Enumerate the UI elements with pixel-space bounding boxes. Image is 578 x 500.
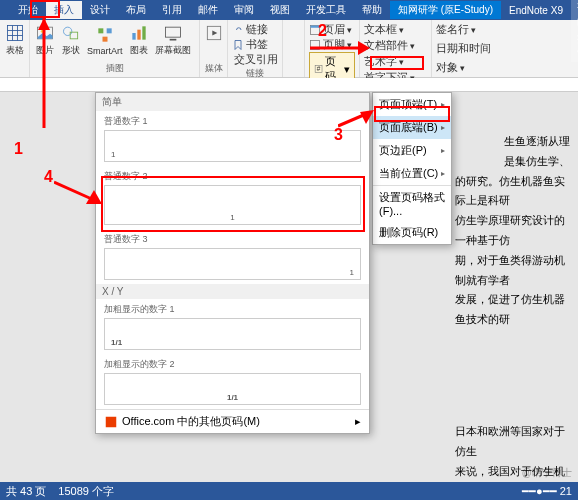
group-illustrations: 插图 bbox=[34, 62, 195, 75]
search-box[interactable]: ♀ 操作说明搜索 bbox=[571, 0, 578, 62]
screenshot-button[interactable]: 屏幕截图 bbox=[154, 22, 192, 58]
svg-rect-11 bbox=[102, 36, 107, 41]
tables-button[interactable]: 表格 bbox=[4, 22, 25, 58]
svg-marker-28 bbox=[358, 41, 370, 55]
smartart-button[interactable]: SmartArt bbox=[86, 24, 124, 57]
svg-rect-14 bbox=[142, 26, 145, 39]
object-button[interactable]: 对象 ▾ bbox=[436, 60, 498, 75]
svg-line-31 bbox=[54, 182, 94, 200]
svg-rect-13 bbox=[137, 30, 140, 40]
tab-estudy[interactable]: 知网研学 (原E-Study) bbox=[390, 1, 501, 19]
media-button[interactable] bbox=[204, 22, 223, 44]
annotation-2: 2 bbox=[318, 22, 327, 40]
annotation-4: 4 bbox=[44, 168, 53, 186]
annotation-1: 1 bbox=[14, 140, 23, 158]
links-button[interactable]: 链接 bbox=[232, 22, 278, 37]
svg-marker-26 bbox=[38, 18, 50, 30]
header-button[interactable]: 页眉 ▾ bbox=[309, 22, 355, 37]
gallery-plain1[interactable]: 普通数字 1 1 bbox=[96, 111, 369, 166]
status-words[interactable]: 15089 个字 bbox=[58, 484, 114, 499]
status-pages[interactable]: 共 43 页 bbox=[6, 484, 46, 499]
annotation-arrow-1 bbox=[36, 18, 52, 138]
svg-rect-24 bbox=[106, 416, 117, 427]
submenu-current[interactable]: 当前位置(C)▸ bbox=[373, 162, 451, 185]
annotation-arrow-3 bbox=[338, 108, 374, 132]
tab-endnote[interactable]: EndNote X9 bbox=[501, 3, 571, 18]
annotation-box-plain2 bbox=[101, 176, 365, 232]
crossref-button[interactable]: 交叉引用 bbox=[232, 52, 278, 67]
bookmark-button[interactable]: 书签 bbox=[232, 37, 278, 52]
annotation-box-bottom bbox=[374, 106, 450, 122]
svg-rect-9 bbox=[98, 28, 103, 33]
page-number-gallery: 简单 普通数字 1 1 普通数字 2 1 普通数字 3 1 X / Y 加粗显示… bbox=[95, 92, 370, 434]
document-body-1: 生鱼逐渐从理 是集仿生学、 的研究。仿生机器鱼实际上是科研 仿生学原理研究设计的… bbox=[455, 132, 570, 330]
gallery-bold1[interactable]: 加粗显示的数字 1 1/1 bbox=[96, 299, 369, 354]
annotation-3: 3 bbox=[334, 126, 343, 144]
svg-rect-0 bbox=[7, 26, 22, 41]
tab-design[interactable]: 设计 bbox=[82, 1, 118, 19]
watermark: @晴宁博士 bbox=[522, 466, 572, 480]
status-zoom[interactable]: ━━●━━ 21 bbox=[522, 485, 572, 498]
shapes-button[interactable]: 形状 bbox=[60, 22, 82, 58]
svg-rect-12 bbox=[132, 33, 135, 40]
gallery-bold2[interactable]: 加粗显示的数字 2 1/1 bbox=[96, 354, 369, 409]
ruler bbox=[0, 78, 578, 92]
tab-references[interactable]: 引用 bbox=[154, 1, 190, 19]
datetime-button[interactable]: 日期和时间 bbox=[436, 41, 498, 56]
gallery-section-simple: 简单 bbox=[96, 93, 369, 111]
svg-point-7 bbox=[64, 27, 72, 35]
gallery-office-more[interactable]: Office.com 中的其他页码(M) ▸ bbox=[96, 409, 369, 433]
svg-line-29 bbox=[338, 114, 366, 126]
svg-rect-10 bbox=[106, 28, 111, 33]
svg-rect-15 bbox=[165, 27, 180, 37]
submenu-margins[interactable]: 页边距(P)▸ bbox=[373, 139, 451, 162]
chart-button[interactable]: 图表 bbox=[128, 22, 150, 58]
quickparts-button[interactable]: 文档部件 ▾ bbox=[364, 38, 415, 53]
tab-help[interactable]: 帮助 bbox=[354, 1, 390, 19]
office-icon bbox=[104, 415, 118, 429]
annotation-box-pagenumber bbox=[370, 56, 424, 70]
submenu-remove[interactable]: 删除页码(R) bbox=[373, 221, 451, 244]
gallery-plain3[interactable]: 普通数字 3 1 bbox=[96, 229, 369, 284]
textbox-button[interactable]: 文本框 ▾ bbox=[364, 22, 404, 37]
tab-developer[interactable]: 开发工具 bbox=[298, 1, 354, 19]
tab-view[interactable]: 视图 bbox=[262, 1, 298, 19]
gallery-section-xy: X / Y bbox=[96, 284, 369, 299]
signature-button[interactable]: 签名行 ▾ bbox=[436, 22, 498, 37]
tab-layout[interactable]: 布局 bbox=[118, 1, 154, 19]
annotation-arrow-4 bbox=[54, 180, 102, 210]
submenu-format[interactable]: 设置页码格式(F)... bbox=[373, 186, 451, 221]
tab-mailings[interactable]: 邮件 bbox=[190, 1, 226, 19]
svg-text:#: # bbox=[317, 65, 321, 72]
annotation-box-insert-tab bbox=[30, 0, 60, 18]
svg-rect-16 bbox=[169, 39, 176, 41]
tab-review[interactable]: 审阅 bbox=[226, 1, 262, 19]
